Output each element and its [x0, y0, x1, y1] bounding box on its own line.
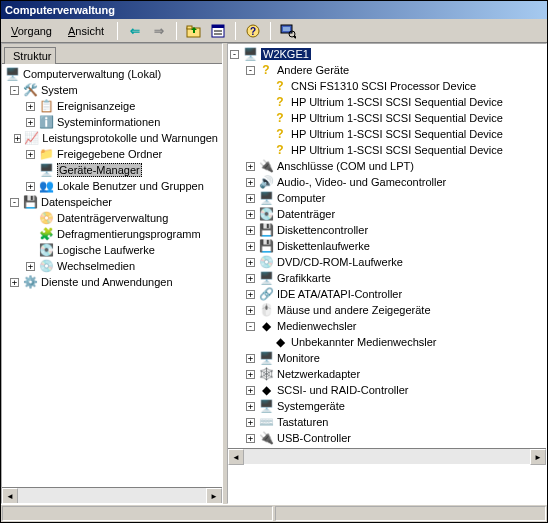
node-grafik[interactable]: +🖥️Grafikkarte	[228, 270, 546, 286]
scroll-left-button[interactable]: ◄	[228, 449, 244, 465]
expand-icon[interactable]: +	[246, 434, 255, 443]
right-hscroll[interactable]: ◄ ►	[228, 448, 546, 464]
ide-icon: 🔗	[258, 286, 274, 302]
node-dvd[interactable]: +💿DVD/CD-ROM-Laufwerke	[228, 254, 546, 270]
expand-icon[interactable]: +	[26, 182, 35, 191]
node-medien[interactable]: -◆Medienwechsler	[228, 318, 546, 334]
node-host[interactable]: -🖥️W2KGE1	[228, 46, 546, 62]
node-sysger[interactable]: +🖥️Systemgeräte	[228, 398, 546, 414]
expand-icon[interactable]: +	[246, 290, 255, 299]
dvd-icon: 💿	[258, 254, 274, 270]
node-dev1[interactable]: ?HP Ultrium 1-SCSI SCSI Sequential Devic…	[228, 94, 546, 110]
node-tast[interactable]: +⌨️Tastaturen	[228, 414, 546, 430]
computer-icon-button[interactable]	[278, 21, 298, 41]
node-sysinfo[interactable]: +ℹ️Systeminformationen	[2, 114, 222, 130]
expand-icon[interactable]: +	[246, 178, 255, 187]
menu-vorgang[interactable]: Vorgang	[5, 23, 58, 39]
scroll-right-button[interactable]: ►	[206, 488, 222, 504]
disk-icon: 💽	[258, 206, 274, 222]
node-andere[interactable]: -?Andere Geräte	[228, 62, 546, 78]
collapse-icon[interactable]: -	[246, 322, 255, 331]
expand-icon[interactable]: +	[14, 134, 21, 143]
node-dev3[interactable]: ?HP Ultrium 1-SCSI SCSI Sequential Devic…	[228, 126, 546, 142]
node-dev2[interactable]: ?HP Ultrium 1-SCSI SCSI Sequential Devic…	[228, 110, 546, 126]
separator	[235, 22, 236, 40]
collapse-icon[interactable]: -	[10, 86, 19, 95]
node-freigeg[interactable]: +📁Freigegebene Ordner	[2, 146, 222, 162]
defrag-icon: 🧩	[38, 226, 54, 242]
node-geraete[interactable]: 🖥️Geräte-Manager	[2, 162, 222, 178]
node-datentraeger[interactable]: +💽Datenträger	[228, 206, 546, 222]
expand-icon[interactable]: +	[246, 210, 255, 219]
display-icon: 🖥️	[258, 270, 274, 286]
right-tree[interactable]: -🖥️W2KGE1 -?Andere Geräte ?CNSi FS1310 S…	[228, 44, 546, 448]
mouse-icon: 🖱️	[258, 302, 274, 318]
properties-button[interactable]	[208, 21, 228, 41]
node-disklauf[interactable]: +💾Diskettenlaufwerke	[228, 238, 546, 254]
node-computer[interactable]: +🖥️Computer	[228, 190, 546, 206]
left-tree[interactable]: 🖥️Computerverwaltung (Lokal) -🛠️System +…	[2, 63, 222, 487]
node-ide[interactable]: +🔗IDE ATA/ATAPI-Controller	[228, 286, 546, 302]
node-netz[interactable]: +🕸️Netzwerkadapter	[228, 366, 546, 382]
node-root[interactable]: 🖥️Computerverwaltung (Lokal)	[2, 66, 222, 82]
expand-icon[interactable]: +	[246, 258, 255, 267]
event-icon: 📋	[38, 98, 54, 114]
expand-icon[interactable]: +	[246, 418, 255, 427]
monitor-search-icon	[280, 23, 296, 39]
expand-icon[interactable]: +	[246, 386, 255, 395]
back-button[interactable]: ⇐	[125, 21, 145, 41]
expand-icon[interactable]: +	[246, 370, 255, 379]
expand-icon[interactable]: +	[246, 242, 255, 251]
node-audio[interactable]: +🔊Audio-, Video- und Gamecontroller	[228, 174, 546, 190]
node-usb[interactable]: +🔌USB-Controller	[228, 430, 546, 446]
node-logisch[interactable]: 💽Logische Laufwerke	[2, 242, 222, 258]
expand-icon[interactable]: +	[26, 102, 35, 111]
node-ereignis[interactable]: +📋Ereignisanzeige	[2, 98, 222, 114]
node-anschluesse[interactable]: +🔌Anschlüsse (COM und LPT)	[228, 158, 546, 174]
collapse-icon[interactable]: -	[246, 66, 255, 75]
node-scsi[interactable]: +◆SCSI- und RAID-Controller	[228, 382, 546, 398]
node-dev0[interactable]: ?CNSi FS1310 SCSI Processor Device	[228, 78, 546, 94]
expand-icon[interactable]: +	[26, 118, 35, 127]
window-title: Computerverwaltung	[5, 4, 115, 16]
expand-icon[interactable]: +	[246, 274, 255, 283]
collapse-icon[interactable]: -	[10, 198, 19, 207]
node-maeuse[interactable]: +🖱️Mäuse und andere Zeigegeräte	[228, 302, 546, 318]
expand-icon[interactable]: +	[10, 278, 19, 287]
expand-icon[interactable]: +	[246, 306, 255, 315]
node-monitore[interactable]: +🖥️Monitore	[228, 350, 546, 366]
expand-icon[interactable]: +	[246, 354, 255, 363]
node-defrag[interactable]: 🧩Defragmentierungsprogramm	[2, 226, 222, 242]
node-leistung[interactable]: +📈Leistungsprotokolle und Warnungen	[2, 130, 222, 146]
expand-icon[interactable]: +	[246, 402, 255, 411]
scroll-track[interactable]	[244, 449, 530, 464]
node-dev4[interactable]: ?HP Ultrium 1-SCSI SCSI Sequential Devic…	[228, 142, 546, 158]
expand-icon[interactable]: +	[246, 194, 255, 203]
properties-icon	[210, 23, 226, 39]
node-system[interactable]: -🛠️System	[2, 82, 222, 98]
menu-ansicht[interactable]: Ansicht	[62, 23, 110, 39]
scroll-track[interactable]	[18, 488, 206, 503]
node-dienste[interactable]: +⚙️Dienste und Anwendungen	[2, 274, 222, 290]
expand-icon[interactable]: +	[246, 162, 255, 171]
unknown-dev-icon: ?	[272, 126, 288, 142]
expand-icon[interactable]: +	[246, 226, 255, 235]
up-folder-button[interactable]	[184, 21, 204, 41]
expand-icon[interactable]: +	[26, 150, 35, 159]
tab-struktur[interactable]: Struktur	[4, 47, 56, 64]
help-button[interactable]: ?	[243, 21, 263, 41]
node-diskctrl[interactable]: +💾Diskettencontroller	[228, 222, 546, 238]
node-lokale[interactable]: +👥Lokale Benutzer und Gruppen	[2, 178, 222, 194]
svg-line-11	[294, 36, 296, 38]
forward-button[interactable]: ⇒	[149, 21, 169, 41]
scroll-left-button[interactable]: ◄	[2, 488, 18, 504]
node-daten[interactable]: -💾Datenspeicher	[2, 194, 222, 210]
node-wechsel[interactable]: +💿Wechselmedien	[2, 258, 222, 274]
left-hscroll[interactable]: ◄ ►	[2, 487, 222, 503]
scroll-right-button[interactable]: ►	[530, 449, 546, 465]
expand-icon[interactable]: +	[26, 262, 35, 271]
status-cell-2	[275, 506, 546, 521]
node-dtverwalt[interactable]: 📀Datenträgerverwaltung	[2, 210, 222, 226]
collapse-icon[interactable]: -	[230, 50, 239, 59]
node-unbek[interactable]: ◆Unbekannter Medienwechsler	[228, 334, 546, 350]
